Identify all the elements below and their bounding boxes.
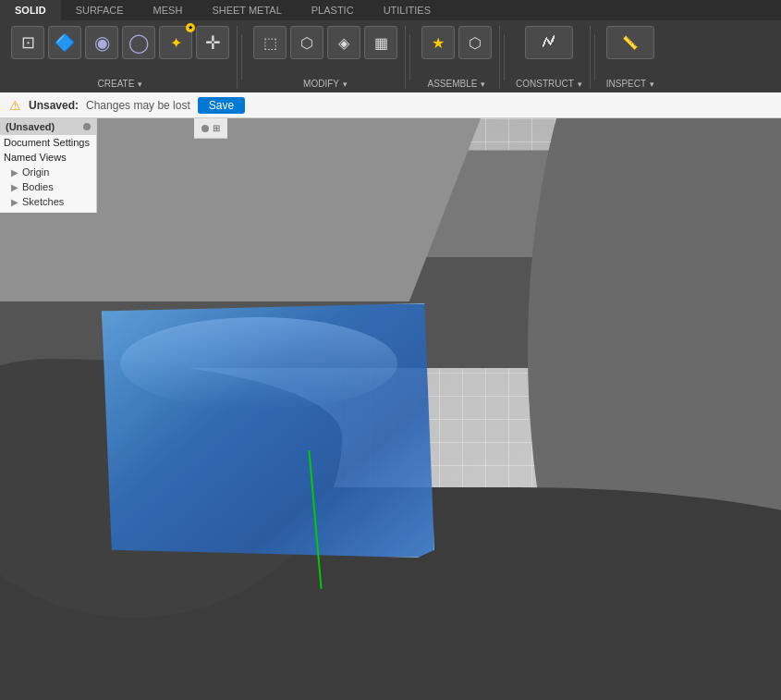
assemble-icons: ★ ⬡ xyxy=(421,26,492,59)
create-btn-4[interactable]: ◯ xyxy=(122,26,155,59)
sidebar-unsaved-title: (Unsaved) xyxy=(6,121,55,132)
assemble-group: ★ ⬡ ASSEMBLE xyxy=(414,26,500,89)
sketches-label: Sketches xyxy=(22,196,64,207)
modify-label[interactable]: MODIFY xyxy=(303,79,348,89)
create-btn-3[interactable]: ◉ xyxy=(85,26,118,59)
origin-label: Origin xyxy=(22,166,49,178)
sidebar-title-bar[interactable]: (Unsaved) xyxy=(0,118,96,135)
inspect-btn-1[interactable]: 📏 xyxy=(606,26,654,59)
create-btn-2[interactable]: 🔷 xyxy=(48,26,81,59)
tool-row: ⊡ 🔷 ◉ ◯ ✦ ★ ✛ CREATE xyxy=(0,20,781,92)
construct-group: 🗲 CONSTRUCT xyxy=(508,26,591,89)
viewport-canvas: ⊞ xyxy=(0,118,781,700)
tab-bar: SOLID SURFACE MESH SHEET METAL PLASTIC U… xyxy=(0,0,781,20)
tab-plastic[interactable]: PLASTIC xyxy=(297,0,369,20)
viewport-tab-indicator xyxy=(201,125,209,132)
edge-line-1 xyxy=(0,301,462,304)
viewport-tab: ⊞ xyxy=(194,118,227,139)
inspect-label[interactable]: INSPECT xyxy=(606,79,654,89)
sidebar-item-bodies[interactable]: ▶ Bodies xyxy=(0,179,96,194)
origin-icon: ▶ xyxy=(11,167,18,178)
modify-btn-2[interactable]: ⬡ xyxy=(290,26,323,59)
assemble-label[interactable]: ASSEMBLE xyxy=(428,79,486,89)
sidebar-item-sketches[interactable]: ▶ Sketches xyxy=(0,194,96,209)
modify-icons: ⬚ ⬡ ◈ ▦ xyxy=(253,26,397,59)
unsaved-bar: ⚠ Unsaved: Changes may be lost Save xyxy=(0,92,781,118)
main-toolbar: SOLID SURFACE MESH SHEET METAL PLASTIC U… xyxy=(0,0,781,92)
divider-1 xyxy=(241,34,242,80)
inspect-group: 📏 INSPECT xyxy=(599,26,662,89)
inspect-icons: 📏 xyxy=(606,26,654,59)
viewport[interactable]: ⊞ xyxy=(0,118,781,700)
assemble-btn-1[interactable]: ★ xyxy=(421,26,455,59)
modify-btn-1[interactable]: ⬚ xyxy=(253,26,287,59)
tab-utilities[interactable]: UTILITIES xyxy=(369,0,445,20)
divider-4 xyxy=(594,34,595,80)
sidebar-item-document-settings[interactable]: Document Settings xyxy=(0,135,96,150)
sidebar-panel: (Unsaved) Document Settings Named Views … xyxy=(0,118,97,213)
sidebar-item-named-views[interactable]: Named Views xyxy=(0,150,96,165)
unsaved-label: Unsaved: xyxy=(29,99,79,112)
create-btn-1[interactable]: ⊡ xyxy=(11,26,44,59)
create-btn-6[interactable]: ✛ xyxy=(196,26,229,59)
create-group: ⊡ 🔷 ◉ ◯ ✦ ★ ✛ CREATE xyxy=(4,26,238,89)
warning-icon: ⚠ xyxy=(9,98,21,113)
modify-btn-4[interactable]: ▦ xyxy=(364,26,397,59)
bodies-label: Bodies xyxy=(22,181,54,192)
modify-group: ⬚ ⬡ ◈ ▦ MODIFY xyxy=(246,26,406,89)
modify-btn-3[interactable]: ◈ xyxy=(327,26,360,59)
create-label[interactable]: CREATE xyxy=(98,79,143,89)
new-badge: ★ xyxy=(186,23,195,32)
sketches-icon: ▶ xyxy=(11,197,18,207)
tab-sheet-metal[interactable]: SHEET METAL xyxy=(197,0,296,20)
create-icons: ⊡ 🔷 ◉ ◯ ✦ ★ ✛ xyxy=(11,26,229,59)
create-btn-5[interactable]: ✦ ★ xyxy=(159,26,192,59)
unsaved-message: Changes may be lost xyxy=(86,99,190,112)
construct-btn-1[interactable]: 🗲 xyxy=(525,26,573,59)
tab-solid[interactable]: SOLID xyxy=(0,0,61,20)
divider-2 xyxy=(409,34,410,80)
tab-mesh[interactable]: MESH xyxy=(139,0,198,20)
main-area: ⊞ (Unsaved) Document Settings Named View… xyxy=(0,118,781,700)
bodies-icon: ▶ xyxy=(11,182,18,192)
sidebar-item-origin[interactable]: ▶ Origin xyxy=(0,165,96,179)
save-button[interactable]: Save xyxy=(198,97,245,114)
viewport-tab-icon: ⊞ xyxy=(213,123,220,133)
divider-3 xyxy=(504,34,505,80)
construct-icons: 🗲 xyxy=(525,26,573,59)
blue-selected-face[interactable] xyxy=(102,303,434,558)
assemble-btn-2[interactable]: ⬡ xyxy=(458,26,492,59)
construct-label[interactable]: CONSTRUCT xyxy=(516,79,582,89)
dot-icon xyxy=(83,123,91,130)
tab-surface[interactable]: SURFACE xyxy=(61,0,139,20)
